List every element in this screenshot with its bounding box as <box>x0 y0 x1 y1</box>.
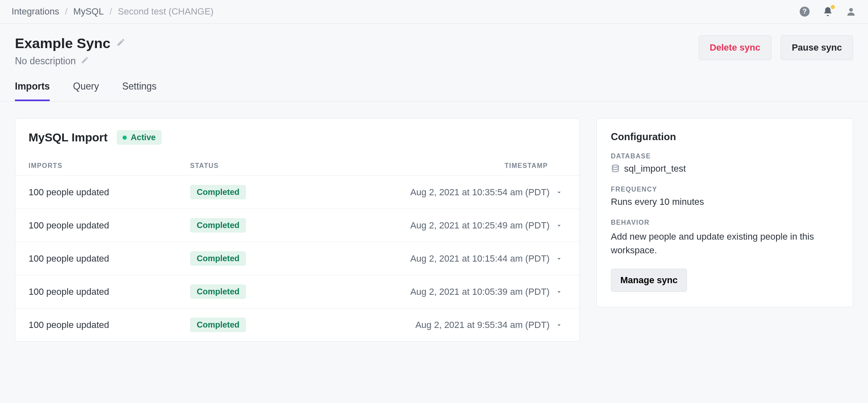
top-bar: Integrations / MySQL / Second test (CHAN… <box>0 0 868 24</box>
status-badge-completed: Completed <box>190 185 246 199</box>
breadcrumb: Integrations / MySQL / Second test (CHAN… <box>12 6 214 17</box>
status-chip-label: Active <box>131 133 156 142</box>
col-header-imports: Imports <box>29 162 190 170</box>
table-body: 100 people updatedCompletedAug 2, 2021 a… <box>15 175 579 341</box>
status-badge-completed: Completed <box>190 318 246 332</box>
status-badge-completed: Completed <box>190 284 246 299</box>
tab-settings[interactable]: Settings <box>122 81 157 101</box>
help-icon[interactable]: ? <box>799 6 810 17</box>
content: MySQL Import Active Imports Status Times… <box>0 102 868 342</box>
tab-query[interactable]: Query <box>73 81 99 101</box>
timestamp-cell: Aug 2, 2021 at 9:55:34 am (PDT) <box>331 320 566 330</box>
imports-card: MySQL Import Active Imports Status Times… <box>15 118 580 342</box>
chevron-down-icon[interactable] <box>555 288 563 296</box>
notifications-icon[interactable] <box>822 6 833 17</box>
chevron-down-icon[interactable] <box>555 189 563 196</box>
imports-cell: 100 people updated <box>29 286 190 297</box>
config-frequency-value: Runs every 10 minutes <box>611 197 839 207</box>
edit-description-icon[interactable] <box>81 56 89 67</box>
imports-cell: 100 people updated <box>29 187 190 198</box>
status-cell: Completed <box>190 284 331 299</box>
col-header-status: Status <box>190 162 331 170</box>
svg-point-3 <box>612 165 619 168</box>
status-badge-completed: Completed <box>190 218 246 233</box>
imports-card-title: MySQL Import <box>29 131 108 144</box>
configuration-card: Configuration Database sql_import_test F… <box>596 118 853 307</box>
notification-dot <box>831 5 835 9</box>
chevron-down-icon[interactable] <box>555 255 563 262</box>
imports-cell: 100 people updated <box>29 220 190 231</box>
delete-sync-button[interactable]: Delete sync <box>699 35 772 60</box>
breadcrumb-separator: / <box>109 6 112 17</box>
top-icons: ? <box>799 6 856 17</box>
config-behavior-label: Behavior <box>611 219 839 226</box>
status-cell: Completed <box>190 185 331 199</box>
imports-cell: 100 people updated <box>29 320 190 330</box>
page-description: No description <box>15 56 76 67</box>
config-database-value: sql_import_test <box>611 163 839 174</box>
page-header: Example Sync No description Delete sync … <box>0 24 868 67</box>
status-chip-active: Active <box>117 130 162 145</box>
table-row[interactable]: 100 people updatedCompletedAug 2, 2021 a… <box>15 175 579 209</box>
manage-sync-button[interactable]: Manage sync <box>611 269 687 292</box>
tab-bar: Imports Query Settings <box>0 67 868 102</box>
timestamp-cell: Aug 2, 2021 at 10:35:54 am (PDT) <box>331 187 566 198</box>
breadcrumb-integrations[interactable]: Integrations <box>12 6 59 17</box>
status-cell: Completed <box>190 218 331 233</box>
svg-point-2 <box>849 8 853 12</box>
breadcrumb-current: Second test (CHANGE) <box>118 6 214 17</box>
table-row[interactable]: 100 people updatedCompletedAug 2, 2021 a… <box>15 308 579 341</box>
timestamp-cell: Aug 2, 2021 at 10:05:39 am (PDT) <box>331 286 566 297</box>
config-behavior-value: Add new people and update existing peopl… <box>611 230 839 257</box>
config-database-label: Database <box>611 153 839 160</box>
table-header: Imports Status Timestamp <box>15 148 579 175</box>
table-row[interactable]: 100 people updatedCompletedAug 2, 2021 a… <box>15 275 579 308</box>
chevron-down-icon[interactable] <box>555 321 563 329</box>
config-frequency-label: Frequency <box>611 186 839 193</box>
user-avatar-icon[interactable] <box>846 6 856 17</box>
breadcrumb-separator: / <box>65 6 68 17</box>
edit-title-icon[interactable] <box>116 38 125 49</box>
configuration-title: Configuration <box>611 131 839 143</box>
table-row[interactable]: 100 people updatedCompletedAug 2, 2021 a… <box>15 209 579 242</box>
timestamp-cell: Aug 2, 2021 at 10:15:44 am (PDT) <box>331 253 566 264</box>
status-cell: Completed <box>190 251 331 266</box>
database-icon <box>611 164 620 173</box>
header-actions: Delete sync Pause sync <box>699 35 853 60</box>
table-row[interactable]: 100 people updatedCompletedAug 2, 2021 a… <box>15 242 579 275</box>
pause-sync-button[interactable]: Pause sync <box>781 35 853 60</box>
status-cell: Completed <box>190 318 331 332</box>
config-database-text: sql_import_test <box>624 163 686 174</box>
status-badge-completed: Completed <box>190 251 246 266</box>
title-block: Example Sync No description <box>15 35 125 67</box>
col-header-timestamp: Timestamp <box>331 162 566 170</box>
page-title: Example Sync <box>15 35 111 51</box>
svg-text:?: ? <box>803 7 807 15</box>
timestamp-cell: Aug 2, 2021 at 10:25:49 am (PDT) <box>331 220 566 231</box>
status-dot-icon <box>123 136 127 140</box>
breadcrumb-mysql[interactable]: MySQL <box>73 6 104 17</box>
chevron-down-icon[interactable] <box>555 222 563 229</box>
imports-cell: 100 people updated <box>29 253 190 264</box>
tab-imports[interactable]: Imports <box>15 81 50 101</box>
